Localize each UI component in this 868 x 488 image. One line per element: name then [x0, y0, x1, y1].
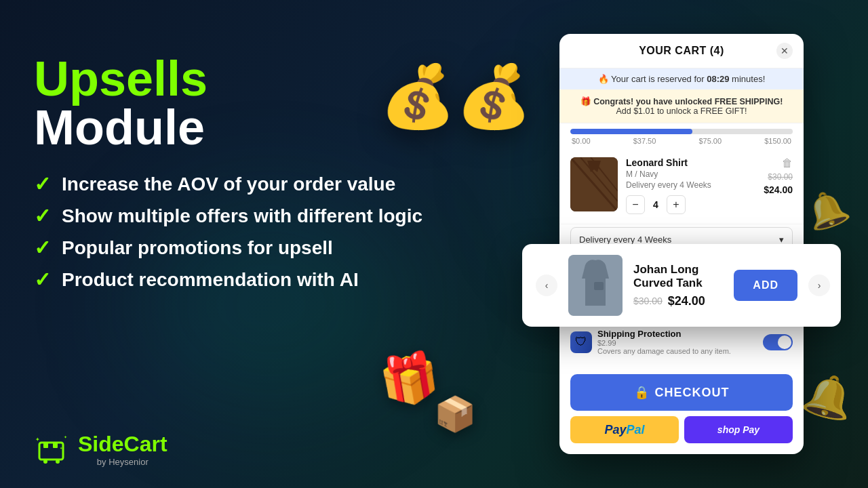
shipping-protection-toggle[interactable]	[763, 334, 793, 350]
brand-name: SideCart	[78, 432, 167, 457]
svg-rect-0	[39, 443, 63, 460]
cart-item-delivery: Delivery every 4 Weeks	[626, 180, 755, 190]
shipping-protection-icon: 🛡	[570, 331, 592, 353]
cart-item-name: Leonard Shirt	[626, 157, 755, 168]
svg-text:✦: ✦	[60, 446, 62, 450]
qty-decrease-button[interactable]: −	[626, 195, 645, 214]
headline-green: Upsells	[34, 52, 208, 106]
sidecart-icon: ✦ ✦ ✦	[34, 430, 71, 468]
svg-text:✦: ✦	[35, 436, 40, 443]
feature-2: ✓ Show multiple offers with different lo…	[34, 204, 509, 228]
progress-bar-track	[570, 129, 793, 134]
svg-text:✦: ✦	[64, 435, 67, 439]
upsell-prev-button[interactable]: ‹	[536, 274, 557, 296]
price-current: $24.00	[764, 184, 793, 195]
progress-bar-fill	[570, 129, 692, 134]
upsell-product-image	[568, 255, 623, 316]
upsell-product-name: Johan Long Curved Tank	[633, 263, 723, 290]
headline-white: Module	[34, 100, 205, 155]
cart-item-details: Leonard Shirt M / Navy Delivery every 4 …	[626, 157, 755, 214]
bell-decoration-top: 🔔	[800, 184, 853, 235]
shipping-protection-price: $2.99	[597, 339, 731, 347]
svg-rect-14	[594, 282, 604, 290]
progress-labels: $0.00 $37.50 $75.00 $150.00	[570, 137, 793, 145]
cart-close-button[interactable]: ✕	[776, 43, 793, 59]
shipping-protection-desc: Covers any damage caused to any item.	[597, 347, 731, 355]
cart-item-price: 🗑 $30.00 $24.00	[764, 157, 793, 195]
gift-box-2: 📦	[434, 394, 476, 434]
feature-1: ✓ Increase the AOV of your order value	[34, 172, 509, 196]
delete-item-button[interactable]: 🗑	[782, 157, 793, 169]
cart-item-leonard: Leonard Shirt M / Navy Delivery every 4 …	[559, 148, 804, 224]
delivery-dropdown-value: Delivery every 4 Weeks	[579, 235, 671, 245]
features-list: ✓ Increase the AOV of your order value ✓…	[34, 172, 509, 291]
brand-logo: ✦ ✦ ✦ SideCart by Heysenior	[34, 430, 167, 468]
check-icon-2: ✓	[34, 204, 51, 228]
checkout-label: CHECKOUT	[655, 386, 730, 400]
payment-buttons: PayPal shop Pay	[559, 416, 804, 454]
svg-rect-2	[53, 443, 58, 448]
upsell-info: Johan Long Curved Tank $30.00 $24.00	[633, 263, 723, 308]
cart-item-image	[570, 157, 618, 211]
svg-point-4	[56, 460, 60, 464]
shipping-protection-text: Shipping Protection $2.99 Covers any dam…	[597, 329, 731, 355]
shoppay-button[interactable]: shop Pay	[684, 416, 793, 443]
cart-header: YOUR CART (4) ✕	[559, 34, 804, 68]
paypal-button[interactable]: PayPal	[570, 416, 679, 443]
shipping-protection-left: 🛡 Shipping Protection $2.99 Covers any d…	[570, 329, 731, 355]
cart-timer: 08:29	[707, 74, 729, 84]
cart-item-variant: M / Navy	[626, 169, 755, 179]
svg-rect-1	[43, 443, 48, 448]
bell-decoration-bottom: 🔔	[798, 367, 860, 426]
feature-3: ✓ Popular promotions for upsell	[34, 236, 509, 260]
gift-box-1: 🎁	[376, 346, 443, 411]
cart-shipping-banner: 🎁 Congrats! you have unlocked FREE SHIPP…	[559, 89, 804, 123]
upsell-price-original: $30.00	[633, 296, 663, 306]
upsell-prices: $30.00 $24.00	[633, 294, 723, 308]
upsell-add-button[interactable]: ADD	[734, 270, 797, 301]
lock-icon: 🔒	[634, 385, 650, 400]
shoppay-label: shop Pay	[717, 424, 760, 435]
check-icon-1: ✓	[34, 172, 51, 196]
price-original: $30.00	[768, 172, 793, 182]
paypal-label: PayPal	[604, 423, 644, 437]
cart-item-qty: − 4 +	[626, 195, 755, 214]
cart-reserved-banner: 🔥 Your cart is reserved for 08:29 minute…	[559, 68, 804, 89]
gift-unlock-text: Add $1.01 to unlock a FREE GIFT!	[616, 106, 747, 116]
shipping-protection-addon: 🛡 Shipping Protection $2.99 Covers any d…	[570, 323, 793, 361]
chevron-down-icon: ▾	[779, 235, 784, 245]
checkout-button[interactable]: 🔒 CHECKOUT	[570, 374, 793, 411]
upsell-next-button[interactable]: ›	[808, 274, 830, 296]
shipping-unlocked: 🎁 Congrats! you have unlocked FREE SHIPP…	[580, 97, 783, 106]
check-icon-3: ✓	[34, 236, 51, 260]
cart-title: YOUR CART (4)	[639, 45, 724, 57]
svg-point-3	[43, 460, 47, 464]
progress-bar-container: $0.00 $37.50 $75.00 $150.00	[559, 123, 804, 148]
feature-4: ✓ Product recommendation with AI	[34, 268, 509, 291]
shipping-protection-name: Shipping Protection	[597, 329, 731, 339]
upsell-card: ‹ Johan Long Curved Tank $30.00 $24.00 A…	[522, 244, 841, 327]
upsell-price-current: $24.00	[668, 294, 705, 308]
check-icon-4: ✓	[34, 268, 51, 291]
qty-increase-button[interactable]: +	[667, 195, 686, 214]
money-bags-decoration: 💰💰	[380, 61, 532, 132]
brand-subtitle: by Heysenior	[78, 457, 167, 467]
qty-value: 4	[645, 199, 667, 210]
brand-text-block: SideCart by Heysenior	[78, 432, 167, 467]
